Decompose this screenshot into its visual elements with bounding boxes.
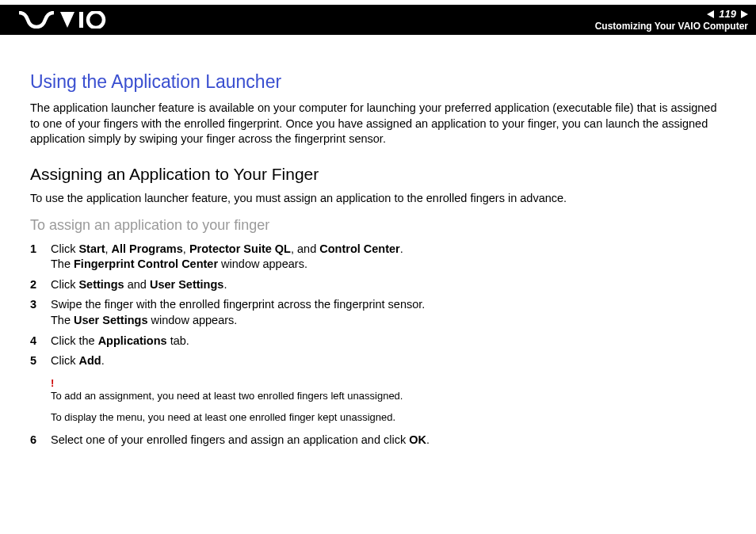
- prev-page-arrow-icon[interactable]: [707, 10, 714, 18]
- warning-icon: !: [51, 377, 726, 389]
- page-number: 119: [717, 8, 738, 20]
- heading-2: Assigning an Application to Your Finger: [30, 165, 726, 184]
- header-right: 119 Customizing Your VAIO Computer: [595, 8, 748, 32]
- step-number: 1: [30, 242, 51, 273]
- step-body: Click Start, All Programs, Protector Sui…: [51, 242, 726, 273]
- step-body: Click Add.: [51, 353, 726, 369]
- step-number: 4: [30, 334, 51, 349]
- step-number: 6: [30, 433, 51, 448]
- heading-1: Using the Application Launcher: [30, 71, 726, 93]
- note-block: ! To add an assignment, you need at leas…: [51, 377, 726, 425]
- svg-rect-0: [79, 12, 83, 28]
- page-content: Using the Application Launcher The appli…: [0, 35, 756, 448]
- step-body: Click Settings and User Settings.: [51, 277, 726, 293]
- step-body: Swipe the finger with the enrolled finge…: [51, 297, 726, 328]
- vaio-logo: [19, 11, 106, 29]
- svg-point-1: [88, 12, 104, 28]
- step-item: 5 Click Add.: [30, 353, 726, 369]
- step-body: Click the Applications tab.: [51, 334, 726, 349]
- step-item: 2 Click Settings and User Settings.: [30, 277, 726, 293]
- step-item: 3 Swipe the finger with the enrolled fin…: [30, 297, 726, 328]
- header-bar: 119 Customizing Your VAIO Computer: [0, 5, 756, 35]
- note-line: To add an assignment, you need at least …: [51, 389, 726, 403]
- step-item: 6 Select one of your enrolled fingers an…: [30, 433, 726, 448]
- step-body: Select one of your enrolled fingers and …: [51, 433, 726, 448]
- next-page-arrow-icon[interactable]: [741, 10, 748, 18]
- section-title: Customizing Your VAIO Computer: [595, 21, 748, 32]
- step-number: 2: [30, 277, 51, 293]
- step-item: 1 Click Start, All Programs, Protector S…: [30, 242, 726, 273]
- intro-paragraph: The application launcher feature is avai…: [30, 101, 726, 147]
- step-item: 4 Click the Applications tab.: [30, 334, 726, 349]
- step-list: 1 Click Start, All Programs, Protector S…: [30, 242, 726, 369]
- step-number: 5: [30, 353, 51, 369]
- step-number: 3: [30, 297, 51, 328]
- heading-3: To assign an application to your finger: [30, 217, 726, 234]
- page-nav: 119: [707, 8, 748, 20]
- note-line: To display the menu, you need at least o…: [51, 410, 726, 425]
- step-list-continued: 6 Select one of your enrolled fingers an…: [30, 433, 726, 448]
- paragraph: To use the application launcher feature,…: [30, 192, 726, 204]
